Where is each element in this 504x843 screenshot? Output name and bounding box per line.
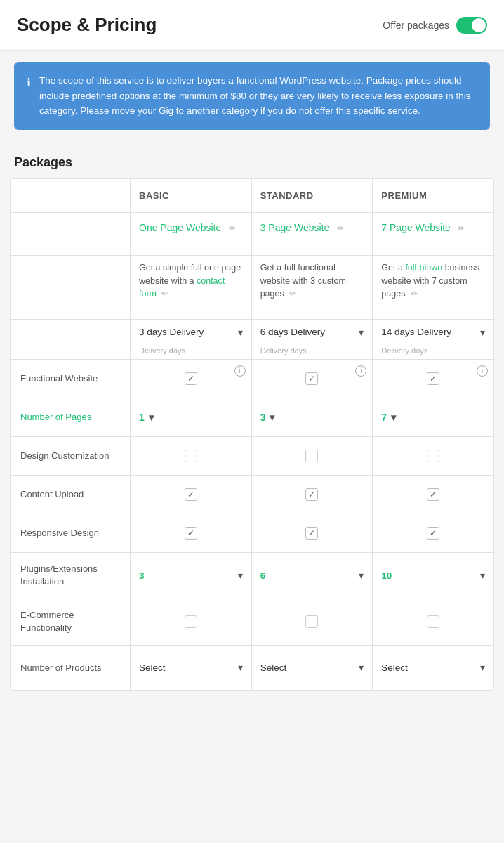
premium-plugins-cell[interactable]: 10 ▾ [372,553,493,599]
basic-plugins-cell[interactable]: 3 ▾ [130,553,251,599]
premium-name-cell: 7 Page Website ✏ [372,213,493,255]
ecommerce-label: E-Commerce Functionality [11,599,130,645]
basic-responsive-checkbox[interactable] [185,527,197,540]
basic-functional-info[interactable]: i [234,365,246,377]
desc-label-empty [11,256,130,319]
responsive-design-label: Responsive Design [11,514,130,552]
plugins-label-text: Plugins/Extensions Installation [20,563,120,588]
standard-pages-select[interactable]: 3 ▾ [260,412,275,423]
premium-functional-info[interactable]: i [477,365,488,377]
basic-pages-cell[interactable]: 1 ▾ [130,398,251,436]
premium-pages-select[interactable]: 7 ▾ [381,412,396,423]
premium-products-cell[interactable]: Select ▾ [372,646,493,690]
basic-plugins-chevron[interactable]: ▾ [238,570,243,581]
standard-delivery-chevron[interactable]: ▾ [359,327,364,338]
delivery-row: 3 days Delivery ▾ 6 days Delivery ▾ 14 d… [11,319,493,345]
packages-table: BASIC STANDARD PREMIUM One Page Website … [10,178,494,691]
basic-delivery-cell[interactable]: 3 days Delivery ▾ [130,320,251,345]
standard-delivery-cell[interactable]: 6 days Delivery ▾ [251,320,373,345]
premium-products-chevron[interactable]: ▾ [480,662,485,673]
standard-plugins-cell[interactable]: 6 ▾ [251,553,373,599]
premium-ecommerce-cell [372,599,493,645]
standard-delivery-value: 6 days Delivery [260,327,325,337]
standard-functional-info[interactable]: i [355,365,366,377]
standard-products-chevron[interactable]: ▾ [359,662,364,673]
basic-pages-select[interactable]: 1 ▾ [139,412,154,423]
premium-responsive-cell [372,514,493,552]
basic-products-select[interactable]: Select ▾ [139,662,243,673]
premium-products-select[interactable]: Select ▾ [381,662,485,673]
premium-delivery-cell[interactable]: 14 days Delivery ▾ [372,320,493,345]
delivery-days-label-row: Delivery days Delivery days Delivery day… [11,345,493,359]
premium-functional-checkbox[interactable] [427,372,439,385]
premium-desc-edit-icon[interactable]: ✏ [411,289,418,299]
content-upload-row: Content Upload [11,475,493,514]
standard-ecommerce-cell [251,599,373,645]
basic-col-header: BASIC [130,179,251,212]
dd-empty [11,345,130,359]
standard-package-name[interactable]: 3 Page Website [260,222,330,233]
standard-plugins-chevron[interactable]: ▾ [359,570,364,581]
basic-desc-edit-icon[interactable]: ✏ [161,289,168,299]
responsive-design-row: Responsive Design [11,514,493,552]
premium-content-checkbox[interactable] [427,488,439,501]
basic-plugins-select[interactable]: 3 ▾ [139,570,243,581]
standard-responsive-cell [251,514,373,552]
package-name-label-empty [11,213,130,255]
premium-ecommerce-checkbox[interactable] [427,615,439,628]
standard-ecommerce-checkbox[interactable] [305,615,318,628]
basic-functional-cell: i [130,360,251,398]
basic-package-name[interactable]: One Page Website [139,222,221,233]
basic-products-chevron[interactable]: ▾ [238,662,243,673]
standard-desc-edit-icon[interactable]: ✏ [289,289,296,299]
premium-edit-icon[interactable]: ✏ [458,223,465,233]
premium-delivery-days-label: Delivery days [372,345,493,359]
premium-pages-cell[interactable]: 7 ▾ [372,398,493,436]
premium-responsive-checkbox[interactable] [427,527,439,540]
standard-responsive-checkbox[interactable] [305,527,318,540]
basic-desc-text: Get a simple full one page website with … [139,263,241,299]
offer-packages-toggle[interactable] [456,17,487,34]
basic-ecommerce-checkbox[interactable] [185,615,197,628]
basic-name-cell: One Page Website ✏ [130,213,251,255]
premium-pages-value: 7 [381,412,387,423]
empty-header-cell [11,179,130,212]
premium-plugins-value: 10 [381,570,392,581]
premium-plugins-chevron[interactable]: ▾ [480,570,485,581]
premium-plugins-select[interactable]: 10 ▾ [381,570,485,581]
packages-section-title: Packages [0,141,504,178]
standard-edit-icon[interactable]: ✏ [337,223,344,233]
standard-products-cell[interactable]: Select ▾ [251,646,373,690]
standard-design-checkbox[interactable] [305,450,318,462]
standard-design-cell [251,437,373,475]
basic-edit-icon[interactable]: ✏ [229,223,236,233]
standard-pages-cell[interactable]: 3 ▾ [251,398,373,436]
ecommerce-row: E-Commerce Functionality [11,599,493,645]
premium-delivery-chevron[interactable]: ▾ [480,327,485,338]
number-of-pages-label: Number of Pages [11,398,130,436]
standard-content-checkbox[interactable] [305,488,318,501]
number-of-products-label: Number of Products [11,646,130,690]
basic-desc: Get a simple full one page website with … [130,256,251,319]
plugins-row: Plugins/Extensions Installation 3 ▾ 6 ▾ … [11,552,493,599]
basic-functional-checkbox[interactable] [185,372,197,385]
standard-plugins-select[interactable]: 6 ▾ [260,570,364,581]
standard-pages-chevron[interactable]: ▾ [270,412,274,423]
premium-design-checkbox[interactable] [427,450,439,462]
offer-packages-label: Offer packages [383,20,449,31]
basic-design-checkbox[interactable] [185,450,197,462]
package-desc-row: Get a simple full one page website with … [11,255,493,319]
basic-delivery-chevron[interactable]: ▾ [238,327,243,338]
offer-packages-container: Offer packages [383,17,487,34]
basic-content-checkbox[interactable] [185,488,197,501]
basic-pages-chevron[interactable]: ▾ [149,412,154,423]
standard-products-select[interactable]: Select ▾ [260,662,364,673]
standard-functional-checkbox[interactable] [305,372,318,385]
delivery-label-empty [11,320,130,345]
basic-delivery-days-label: Delivery days [130,345,251,359]
premium-functional-cell: i [372,360,493,398]
premium-content-cell [372,476,493,514]
premium-pages-chevron[interactable]: ▾ [391,412,396,423]
basic-products-cell[interactable]: Select ▾ [130,646,251,690]
premium-package-name[interactable]: 7 Page Website [381,222,451,233]
